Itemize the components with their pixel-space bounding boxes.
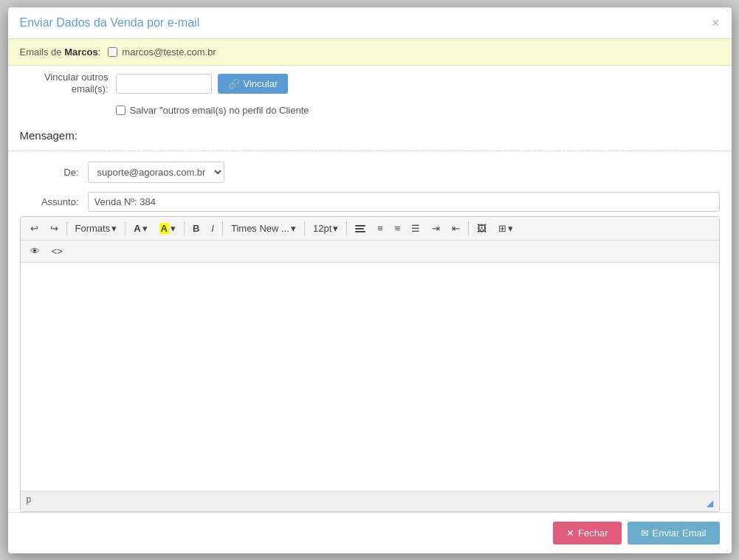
align-right-icon: ≡: [395, 223, 400, 234]
align-center-button[interactable]: ≡: [372, 220, 388, 237]
eye-icon: 👁: [30, 246, 40, 257]
italic-button[interactable]: I: [206, 220, 219, 237]
link-icon: 🔗: [228, 78, 240, 89]
font-family-button[interactable]: Times New ... ▾: [226, 220, 301, 237]
redo-button[interactable]: ↪: [45, 220, 63, 237]
vincular-input[interactable]: [116, 74, 212, 94]
table-button[interactable]: ⊞ ▾: [493, 220, 518, 237]
font-family-chevron-icon: ▾: [291, 223, 296, 234]
table-icon: ⊞: [498, 223, 506, 234]
email-row: Emails de Marcos: marcos@teste.com.br: [8, 39, 732, 66]
separator-6: [346, 221, 347, 236]
highlight-button[interactable]: A ▾: [154, 220, 181, 237]
mensagem-section: Mensagem:: [8, 123, 732, 145]
align-right-button[interactable]: ≡: [390, 220, 405, 237]
email-address: marcos@teste.com.br: [122, 46, 216, 58]
vincular-row: Vincular outros email(s): 🔗 Vincular: [8, 66, 732, 103]
de-row: De: suporte@agoraos.com.br: [8, 157, 732, 187]
modal-footer: ✕ Fechar ✉ Enviar Email: [8, 512, 732, 553]
outdent-button[interactable]: ⇤: [447, 220, 465, 237]
code-icon: <>: [52, 246, 63, 257]
highlight-chevron-icon: ▾: [171, 223, 176, 234]
assunto-row: Assunto:: [8, 187, 732, 216]
separator-5: [304, 221, 305, 236]
editor-content[interactable]: [21, 263, 719, 490]
source-button[interactable]: <>: [47, 243, 68, 260]
editor-toolbar-row2: 👁 <>: [21, 241, 719, 263]
vincular-label: Vincular outros email(s):: [20, 72, 109, 97]
modal: Enviar Dados da Venda por e-mail × Email…: [8, 7, 732, 553]
salvar-row: Salvar "outros email(s) no perfil do Cli…: [8, 102, 732, 123]
modal-header: Enviar Dados da Venda por e-mail ×: [8, 7, 732, 39]
email-checkbox[interactable]: [108, 47, 117, 57]
image-button[interactable]: 🖼: [472, 220, 492, 237]
table-chevron-icon: ▾: [508, 223, 513, 234]
bold-button[interactable]: B: [188, 220, 204, 237]
image-icon: 🖼: [477, 223, 487, 234]
email-name: Marcos: [64, 46, 98, 58]
editor-toolbar: ↩ ↪ Formats ▾ A ▾ A ▾ B: [21, 217, 719, 241]
font-color-button[interactable]: A ▾: [128, 220, 152, 237]
separator-3: [184, 221, 185, 236]
de-label: De:: [20, 167, 79, 178]
close-x-icon: ✕: [566, 528, 574, 539]
highlight-a-icon: A: [159, 223, 169, 234]
align-justify-button[interactable]: ☰: [406, 220, 425, 237]
email-de-label: Emails de Marcos:: [20, 46, 101, 58]
vincular-button[interactable]: 🔗 Vincular: [218, 74, 289, 94]
align-left-icon: [355, 225, 365, 232]
fechar-button[interactable]: ✕ Fechar: [553, 522, 621, 545]
assunto-input[interactable]: [88, 192, 720, 212]
font-chevron-icon: ▾: [142, 223, 148, 234]
close-button[interactable]: ×: [712, 16, 720, 30]
size-chevron-icon: ▾: [333, 223, 338, 234]
divider: [8, 151, 732, 151]
font-size-button[interactable]: 12pt ▾: [308, 220, 343, 237]
editor-paragraph-indicator: p: [27, 494, 32, 505]
separator-1: [66, 221, 67, 236]
enviar-button[interactable]: ✉ Enviar Email: [628, 522, 720, 545]
assunto-label: Assunto:: [20, 196, 79, 207]
resize-icon: ◢: [707, 498, 713, 508]
separator-4: [222, 221, 223, 236]
undo-button[interactable]: ↩: [25, 220, 44, 237]
mensagem-title: Mensagem:: [20, 129, 78, 142]
indent-button[interactable]: ⇥: [427, 220, 445, 237]
font-a-icon: A: [134, 223, 140, 234]
modal-body: Emails de Marcos: marcos@teste.com.br Vi…: [8, 39, 732, 512]
preview-button[interactable]: 👁: [25, 243, 45, 260]
editor-container: ↩ ↪ Formats ▾ A ▾ A ▾ B: [20, 216, 720, 511]
salvar-checkbox[interactable]: [116, 106, 126, 115]
separator-7: [468, 221, 469, 236]
align-left-button[interactable]: [350, 222, 371, 235]
formats-chevron-icon: ▾: [111, 223, 117, 234]
editor-footer: p ◢: [21, 491, 719, 511]
separator-2: [125, 221, 126, 236]
formats-button[interactable]: Formats ▾: [70, 220, 123, 237]
de-select[interactable]: suporte@agoraos.com.br: [88, 162, 224, 183]
send-icon: ✉: [641, 528, 649, 539]
salvar-label[interactable]: Salvar "outros email(s) no perfil do Cli…: [130, 105, 309, 116]
modal-title: Enviar Dados da Venda por e-mail: [20, 16, 200, 30]
